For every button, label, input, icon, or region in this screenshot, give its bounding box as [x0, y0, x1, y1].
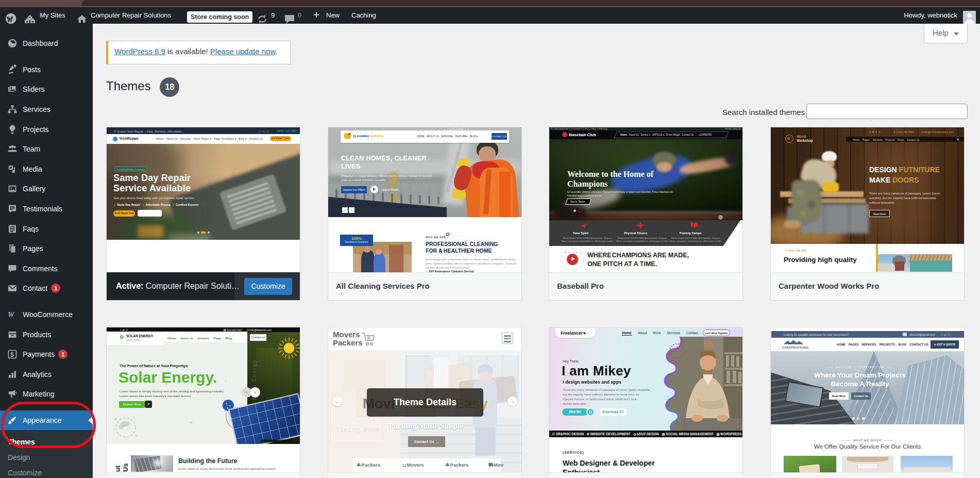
- svg-text:W: W: [8, 311, 14, 319]
- svg-text:&: &: [367, 335, 370, 340]
- svg-text:$: $: [10, 351, 14, 358]
